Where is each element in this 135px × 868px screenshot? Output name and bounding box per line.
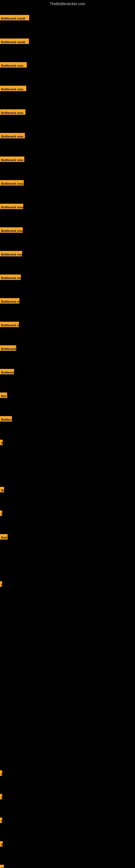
bar-label: Bottleneck result (0, 38, 29, 44)
bar-item: Bottleneck resu (0, 86, 26, 91)
bar-item: Bottlenec (0, 369, 14, 374)
bar-item: Bottleneck re (0, 298, 19, 304)
bar-item: Bottleneck result (0, 15, 29, 20)
bar-label: B (0, 440, 3, 445)
bar-item: Bottleneck resu (0, 251, 22, 256)
bar-label: Bottleneck r (0, 345, 16, 351)
bar-label: Bottleneck result (0, 15, 29, 20)
bar-label: Bottleneck resu (0, 86, 26, 91)
bar-label: B (0, 841, 3, 846)
bar-label: Bot (0, 393, 7, 398)
bar-item: e (0, 770, 2, 776)
bar-label: | (0, 794, 2, 799)
bar-label: Bottleneck resu (0, 204, 23, 209)
bar-label: Bottleneck re (0, 298, 19, 304)
bar-label: Bottleneck resu (0, 227, 23, 233)
bar-item: E (0, 817, 2, 823)
bar-item: Bo (0, 487, 4, 492)
bar-item: Bo (0, 865, 4, 868)
bar-label: Bottleneck resu (0, 109, 26, 115)
bar-item: Bottleneck resu (0, 180, 24, 186)
site-title: TheBottlenecker.com (0, 0, 135, 8)
bar-item: Bottleneck resu (0, 227, 23, 233)
bar-label: Bo (0, 865, 4, 868)
bar-label: E (0, 817, 2, 823)
bar-item: Bottlen (0, 416, 12, 422)
bar-item: Bottleneck resu (0, 204, 23, 209)
bar-item: Bott (0, 534, 8, 539)
bar-item: Bottleneck re (0, 322, 19, 327)
bar-label: Bottleneck resu (0, 251, 22, 256)
bar-label: Bottleneck resu (0, 156, 24, 162)
bar-item: | (0, 510, 2, 516)
bar-label: E (0, 581, 2, 587)
bar-item: B (0, 440, 3, 445)
bar-label: Bottleneck resu (0, 62, 27, 67)
bar-item: Bottleneck result (0, 38, 29, 44)
bar-label: Bo (0, 487, 4, 492)
bar-item: Bottleneck r (0, 345, 16, 351)
bar-label: Bottlenec (0, 369, 14, 374)
bar-label: | (0, 510, 2, 516)
bar-label: Bottleneck resu (0, 133, 25, 138)
bar-item: E (0, 581, 2, 587)
bar-label: Bottleneck re (0, 322, 19, 327)
bar-item: Bot (0, 393, 7, 398)
bar-label: Bottleneck resu (0, 180, 24, 186)
bar-item: Bottleneck resu (0, 62, 27, 67)
bar-label: Bottleneck res (0, 275, 21, 280)
bar-item: B (0, 841, 3, 846)
bar-item: Bottleneck resu (0, 109, 26, 115)
bar-label: e (0, 770, 2, 776)
bar-item: Bottleneck resu (0, 133, 25, 138)
bar-item: | (0, 794, 2, 799)
bar-label: Bottlen (0, 416, 12, 422)
bar-label: Bott (0, 534, 8, 539)
bar-item: Bottleneck res (0, 275, 21, 280)
bar-item: Bottleneck resu (0, 156, 24, 162)
